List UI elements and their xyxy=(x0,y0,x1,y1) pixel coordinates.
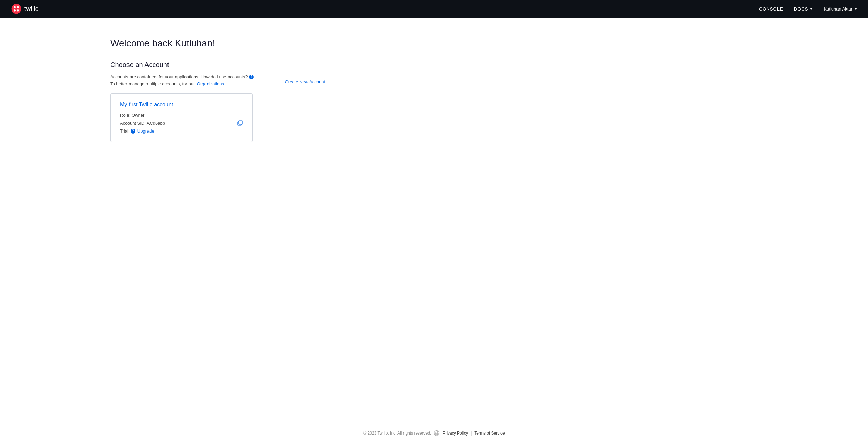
copyright-text: © 2023 Twilio, Inc. All rights reserved. xyxy=(363,431,431,436)
privacy-policy-link[interactable]: Privacy Policy xyxy=(442,431,468,436)
trial-info-icon[interactable]: ? xyxy=(131,129,135,134)
copy-icon[interactable] xyxy=(237,120,243,126)
user-menu[interactable]: Kutluhan Aktar xyxy=(824,6,857,12)
svg-point-3 xyxy=(14,9,16,12)
accounts-description-line1: Accounts are containers for your applica… xyxy=(110,74,278,79)
organizations-link[interactable]: Organizations. xyxy=(197,81,225,86)
welcome-title: Welcome back Kutluhan! xyxy=(110,38,407,49)
globe-icon xyxy=(434,430,440,436)
upgrade-link[interactable]: Upgrade xyxy=(137,128,154,134)
trial-label: Trial xyxy=(120,128,129,134)
accounts-left: Accounts are containers for your applica… xyxy=(110,74,278,142)
user-name: Kutluhan Aktar xyxy=(824,6,852,12)
svg-point-1 xyxy=(14,6,16,8)
account-role: Role: Owner xyxy=(120,113,243,118)
svg-point-4 xyxy=(17,9,19,12)
navbar: twilio CONSOLE DOCS Kutluhan Aktar xyxy=(0,0,868,18)
user-chevron-icon xyxy=(854,8,857,10)
svg-point-2 xyxy=(17,6,19,8)
account-card: My first Twilio account Role: Owner Acco… xyxy=(110,93,253,142)
account-sid-row: Account SID: ACd6abb xyxy=(120,120,243,126)
twilio-wordmark: twilio xyxy=(24,5,39,13)
description-text: Accounts are containers for your applica… xyxy=(110,74,248,79)
main-content: Welcome back Kutluhan! Choose an Account… xyxy=(0,18,407,142)
svg-rect-5 xyxy=(239,121,242,124)
accounts-info-icon[interactable]: ? xyxy=(249,75,254,79)
description-prefix: To better manage multiple accounts, try … xyxy=(110,81,195,86)
svg-point-0 xyxy=(12,4,21,14)
footer: © 2023 Twilio, Inc. All rights reserved.… xyxy=(0,423,868,443)
role-text: Role: Owner xyxy=(120,113,144,118)
terms-of-service-link[interactable]: Terms of Service xyxy=(474,431,505,436)
trial-row: Trial ? Upgrade xyxy=(120,128,243,134)
choose-account-title: Choose an Account xyxy=(110,61,407,69)
create-new-account-button[interactable]: Create New Account xyxy=(278,76,332,88)
twilio-logo[interactable]: twilio xyxy=(11,3,39,14)
account-sid-text: Account SID: ACd6abb xyxy=(120,121,165,126)
docs-nav-link[interactable]: DOCS xyxy=(794,6,813,12)
footer-separator: | xyxy=(471,431,472,436)
twilio-logo-icon xyxy=(11,3,22,14)
create-account-section: Create New Account xyxy=(278,74,332,88)
docs-chevron-icon xyxy=(810,8,813,10)
docs-label: DOCS xyxy=(794,6,808,12)
navbar-right: CONSOLE DOCS Kutluhan Aktar xyxy=(759,6,857,12)
accounts-description-line2: To better manage multiple accounts, try … xyxy=(110,81,278,86)
account-name-link[interactable]: My first Twilio account xyxy=(120,102,243,108)
accounts-section: Accounts are containers for your applica… xyxy=(110,74,407,142)
console-nav-link[interactable]: CONSOLE xyxy=(759,6,783,12)
